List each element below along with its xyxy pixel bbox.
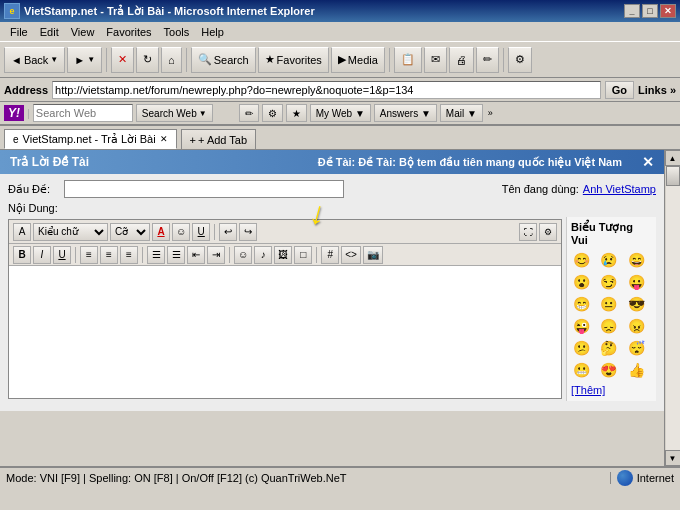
toolbar2-sep3 [229,247,230,263]
menu-tools[interactable]: Tools [158,24,196,40]
nav-separator-2 [186,48,187,72]
indent-button[interactable]: ⇥ [207,246,225,264]
tools-nav-button[interactable]: ⚙ [508,47,532,73]
font-size-select[interactable]: Cỡ [110,223,150,241]
mail-button[interactable]: ✉ [424,47,447,73]
minimize-button[interactable]: _ [624,4,640,18]
search-web-dropdown-icon[interactable]: ▼ [199,109,207,118]
emoji-16[interactable]: 😬 [571,360,591,380]
yahoo-expand-button[interactable]: » [486,108,495,118]
menu-view[interactable]: View [65,24,101,40]
photo-button[interactable]: 📷 [363,246,383,264]
emoji-12[interactable]: 😠 [626,316,646,336]
underline-format-button[interactable]: U [192,223,210,241]
hashtag-button[interactable]: # [321,246,339,264]
table-button[interactable]: □ [294,246,312,264]
emoji-13[interactable]: 😕 [571,338,591,358]
menu-bar: File Edit View Favorites Tools Help [0,22,680,42]
yahoo-star-button[interactable]: ★ [286,104,307,122]
list-bullet-button[interactable]: ☰ [147,246,165,264]
tab-close-button[interactable]: ✕ [160,134,168,144]
media-button[interactable]: ▶ Media [331,47,385,73]
emoji-18[interactable]: 👍 [626,360,646,380]
menu-edit[interactable]: Edit [34,24,65,40]
emoji-more-link[interactable]: [Thêm] [571,384,652,396]
undo-button[interactable]: ↩ [219,223,237,241]
scroll-thumb[interactable] [666,166,680,186]
font-color-button[interactable]: A [152,223,170,241]
italic-button[interactable]: I [33,246,51,264]
yahoo-myweb-button[interactable]: My Web ▼ [310,104,371,122]
media-icon: ▶ [338,53,346,66]
bold-button[interactable]: B [13,246,31,264]
form-close-button[interactable]: ✕ [642,154,654,170]
redo-button[interactable]: ↪ [239,223,257,241]
status-internet: Internet [611,470,680,486]
emoji-15[interactable]: 😴 [626,338,646,358]
back-button[interactable]: ◄ Back ▼ [4,47,65,73]
code-button[interactable]: <> [341,246,361,264]
forward-dropdown-icon[interactable]: ▼ [87,55,95,64]
window-controls[interactable]: _ □ ✕ [624,4,676,18]
emoji-9[interactable]: 😎 [626,294,646,314]
toolbar2-sep4 [316,247,317,263]
stop-button[interactable]: ✕ [111,47,134,73]
emoji-10[interactable]: 😜 [571,316,591,336]
emoji-toolbar-button[interactable]: ☺ [234,246,252,264]
special-char-button[interactable]: ♪ [254,246,272,264]
smiley-insert-button[interactable]: ☺ [172,223,190,241]
outdent-button[interactable]: ⇤ [187,246,205,264]
emoji-5[interactable]: 😏 [599,272,619,292]
align-right-button[interactable]: ≡ [120,246,138,264]
fullscreen-button[interactable]: ⛶ [519,223,537,241]
menu-file[interactable]: File [4,24,34,40]
font-style-select[interactable]: Kiểu chữ [33,223,108,241]
emoji-3[interactable]: 😄 [626,250,646,270]
scroll-track[interactable] [666,166,680,450]
yahoo-search-input[interactable] [33,104,133,122]
address-input[interactable] [52,81,601,99]
yahoo-search-web-button[interactable]: Search Web ▼ [136,104,213,122]
search-button[interactable]: 🔍 Search [191,47,256,73]
menu-help[interactable]: Help [195,24,230,40]
settings-editor-button[interactable]: ⚙ [539,223,557,241]
history-button[interactable]: 📋 [394,47,422,73]
yahoo-answers-button[interactable]: Answers ▼ [374,104,437,122]
add-tab-button[interactable]: + + Add Tab [181,129,256,149]
list-number-button[interactable]: ☰ [167,246,185,264]
emoji-2[interactable]: 😢 [599,250,619,270]
print-button[interactable]: 🖨 [449,47,474,73]
active-tab[interactable]: e VietStamp.net - Trả Lời Bài ✕ [4,129,177,149]
emoji-4[interactable]: 😮 [571,272,591,292]
emoji-7[interactable]: 😁 [571,294,591,314]
scroll-up-button[interactable]: ▲ [665,150,681,166]
mail-icon: ✉ [431,53,440,66]
emoji-11[interactable]: 😞 [599,316,619,336]
yahoo-settings-button[interactable]: ⚙ [262,104,283,122]
align-center-button[interactable]: ≡ [100,246,118,264]
forward-button[interactable]: ► ▼ [67,47,102,73]
menu-favorites[interactable]: Favorites [100,24,157,40]
image-button[interactable]: 🖼 [274,246,292,264]
emoji-1[interactable]: 😊 [571,250,591,270]
emoji-14[interactable]: 🤔 [599,338,619,358]
refresh-button[interactable]: ↻ [136,47,159,73]
favorites-button[interactable]: ★ Favorites [258,47,329,73]
yahoo-mail-button[interactable]: Mail ▼ [440,104,483,122]
content-textarea[interactable] [9,266,561,396]
home-button[interactable]: ⌂ [161,47,182,73]
emoji-17[interactable]: 😍 [599,360,619,380]
user-name-link[interactable]: Anh VietStamp [583,183,656,195]
back-dropdown-icon[interactable]: ▼ [50,55,58,64]
go-button[interactable]: Go [605,81,634,99]
subject-input[interactable] [64,180,344,198]
scroll-down-button[interactable]: ▼ [665,450,681,466]
underline-button[interactable]: U [53,246,71,264]
emoji-8[interactable]: 😐 [599,294,619,314]
yahoo-edit-button[interactable]: ✏ [239,104,259,122]
maximize-button[interactable]: □ [642,4,658,18]
align-left-button[interactable]: ≡ [80,246,98,264]
emoji-6[interactable]: 😛 [626,272,646,292]
edit-button[interactable]: ✏ [476,47,499,73]
close-button[interactable]: ✕ [660,4,676,18]
